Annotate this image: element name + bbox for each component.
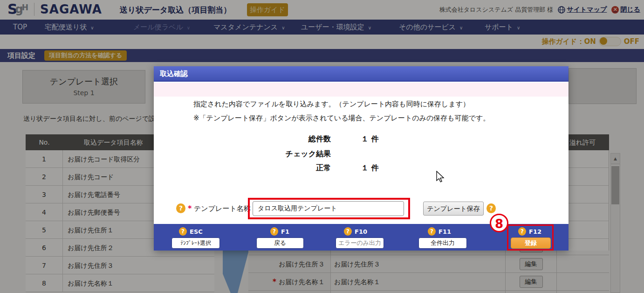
total-count-value: １ 件 — [361, 134, 379, 144]
back-button[interactable]: 戻る — [256, 237, 304, 249]
fkey-esc: ?ESC — [179, 227, 203, 236]
help-icon[interactable]: ? — [179, 227, 187, 236]
dialog-title: 取込確認 — [154, 66, 569, 82]
help-icon[interactable]: ? — [486, 203, 496, 213]
fkey-f10: ?F10 — [344, 227, 367, 236]
total-count-label: 総件数 — [238, 134, 331, 144]
highlight-box-template-input — [248, 198, 410, 219]
template-name-label: テンプレート名称 — [194, 204, 251, 213]
check-result-label: チェック結果 — [238, 149, 331, 159]
help-icon[interactable]: ? — [428, 227, 436, 236]
all-output-button[interactable]: 全件出力 — [418, 237, 467, 249]
annotation-step-number: 8 — [490, 214, 508, 232]
dialog-description-line1: 指定された内容でファイルを取り込みます。（テンプレート内容も同時に保存します） — [193, 100, 470, 109]
normal-count-label: 正常 — [238, 163, 331, 173]
help-icon[interactable]: ? — [176, 203, 185, 213]
errors-only-output-button[interactable]: エラーのみ出力 — [336, 237, 384, 249]
highlight-box-register — [507, 224, 554, 251]
dialog-message-strip — [154, 83, 569, 97]
required-mark: * — [188, 204, 192, 213]
help-icon[interactable]: ? — [344, 227, 352, 236]
fkey-f11: ?F11 — [428, 227, 451, 236]
mouse-cursor — [436, 171, 445, 183]
fkey-f1: ?F1 — [270, 227, 289, 236]
normal-count-value: １ 件 — [361, 163, 379, 173]
template-save-button[interactable]: テンプレート保存 — [423, 202, 484, 216]
template-select-button[interactable]: ﾃﾝﾌﾟﾚｰﾄ選択 — [171, 237, 220, 249]
help-icon[interactable]: ? — [270, 227, 278, 236]
dialog-description-line2: ※「テンプレート保存」ボタンが表示されている場合、テンプレートのみの保存も可能で… — [193, 114, 490, 123]
